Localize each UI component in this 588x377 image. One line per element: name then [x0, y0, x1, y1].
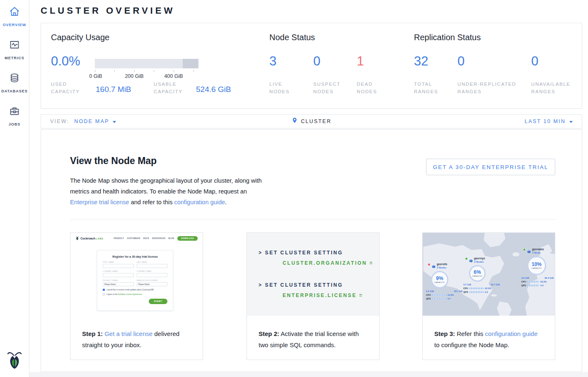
node-warning-badge-icon — [428, 263, 431, 266]
sql-setting: ENTERPRISE.LICENSE = — [283, 292, 363, 298]
checkbox-label: I agree to the Software License Agreemen… — [106, 293, 143, 295]
mini-checkbox-row: I agree to the Software License Agreemen… — [103, 293, 167, 295]
databases-icon — [9, 72, 20, 84]
time-range-value: LAST 10 MIN — [525, 118, 566, 124]
time-range-dropdown[interactable]: LAST 10 MIN — [525, 118, 573, 124]
capacity-gauge: 9% CAPACITY — [431, 271, 448, 288]
mini-brand-suffix: LABS — [96, 237, 103, 240]
region-name: geo=sfo — [437, 263, 447, 266]
home-icon — [9, 6, 20, 17]
used-capacity-label: USED CAPACITY — [51, 81, 80, 96]
cpu-sparkline — [432, 294, 446, 296]
live-nodes-label: LIVE NODES — [269, 81, 290, 96]
configuration-guide-link[interactable]: configuration guide — [174, 199, 225, 205]
under-replicated-ranges-label: UNDER-REPLICATED RANGES — [457, 81, 516, 96]
sidebar-item-overview[interactable]: OVERVIEW — [0, 6, 29, 28]
axis-tick-label: 0 GiB — [89, 73, 102, 79]
qps-sparkline — [528, 285, 539, 286]
cpu-label: CPU — [521, 280, 526, 283]
metrics-icon — [9, 39, 20, 51]
map-region-ams: geo=ams 1 Node 10% CAPACITY 3.6 GiB 36.4… — [521, 248, 555, 286]
capacity-label: CAPACITY — [532, 267, 542, 269]
region-name: geo=nyc — [474, 257, 485, 260]
view-selector-dropdown[interactable]: NODE MAP — [74, 118, 116, 124]
sidebar-item-label: OVERVIEW — [3, 23, 26, 27]
cockroach-bug-icon — [6, 350, 23, 370]
cpu-value: 42.5% — [485, 287, 491, 290]
axis-tick-label: 200 GiB — [125, 73, 143, 79]
sidebar-item-jobs[interactable]: JOBS — [0, 105, 29, 127]
cpu-sparkline — [528, 281, 539, 283]
usable-capacity-label: USABLE CAPACITY — [154, 81, 182, 96]
capacity-total: 36.4 GiB — [544, 277, 554, 279]
sidebar-item-metrics[interactable]: METRICS — [0, 39, 29, 61]
checkbox-icon — [103, 293, 105, 295]
trial-license-signup-thumbnail: Cockroach LABS PRODUCT CUSTOMERS DOCS RE… — [70, 233, 203, 316]
mini-form-title: Register for a 30-day trial license — [103, 255, 167, 258]
mini-brand: Cockroach LABS — [75, 236, 103, 241]
step3-caption: Step 3: Refer this configuration guide t… — [423, 316, 555, 350]
get-trial-license-link[interactable]: Get a trial license — [104, 330, 152, 337]
qps-label: QPS — [426, 297, 431, 300]
checkbox-checked-icon — [103, 289, 105, 291]
capacity-percent: 6% — [474, 270, 481, 275]
description-text: The Node Map shows the geographical layo… — [70, 177, 262, 195]
total-ranges-label: TOTAL RANGES — [414, 81, 438, 96]
sidebar-item-databases[interactable]: DATABASES — [0, 72, 29, 94]
cpu-sparkline — [469, 288, 484, 289]
qps-sparkline — [432, 298, 446, 300]
qps-value: 4.4 — [540, 284, 544, 287]
capacity-total: 351 GiB — [454, 290, 462, 292]
sql-setting: CLUSTER.ORGANIZATION = — [283, 260, 373, 266]
suspect-nodes-label: SUSPECT NODES — [313, 81, 341, 96]
mini-register-form: Register for a 30-day trial license FIRS… — [97, 250, 173, 311]
node-status-title: Node Status — [269, 33, 315, 42]
mini-nav-item: BLOG — [168, 237, 174, 239]
sidebar: OVERVIEW METRICS DATABASES — [0, 0, 29, 377]
chevron-down-icon — [113, 121, 116, 123]
qps-label: QPS — [463, 291, 468, 293]
node-map-description: The Node Map shows the geographical layo… — [70, 175, 264, 208]
get-enterprise-trial-button[interactable]: GET A 30-DAY ENTERPRISE TRIAL — [426, 159, 555, 175]
node-healthy-badge-icon — [523, 248, 526, 251]
cockroach-labs-logo — [0, 350, 29, 371]
location-pin-icon — [291, 117, 298, 125]
mini-form-field: REASON FOR INTEREST Please Select — [137, 279, 168, 286]
cpu-value: 11.0% — [448, 294, 454, 296]
configuration-guide-link[interactable]: configuration guide — [485, 330, 538, 337]
mini-nav-item: PRODUCT — [114, 237, 124, 239]
capacity-gauge: 6% CAPACITY — [469, 265, 486, 282]
mini-site-nav: Cockroach LABS PRODUCT CUSTOMERS DOCS RE… — [70, 233, 203, 244]
region-node-count: 2 Nodes — [474, 260, 485, 263]
capacity-usage-title: Capacity Usage — [51, 33, 109, 42]
capacity-total: 43.7 GiB — [491, 283, 500, 286]
field-input — [137, 264, 168, 268]
live-nodes-value: 3 — [269, 54, 276, 68]
cpu-value: 53.3% — [540, 280, 547, 283]
page-background-strip — [29, 372, 588, 377]
field-label: COMPANY NAME — [103, 270, 134, 272]
dead-nodes-value: 1 — [357, 54, 364, 68]
sql-command: > SET CLUSTER SETTING — [259, 250, 343, 256]
qps-sparkline — [469, 291, 484, 293]
field-input — [103, 264, 134, 268]
mini-nav-item: CUSTOMERS — [127, 237, 140, 239]
capacity-gauge: 10% CAPACITY — [527, 256, 546, 275]
enterprise-trial-license-link[interactable]: Enterprise trial license — [70, 199, 129, 205]
replication-status-title: Replication Status — [414, 33, 481, 42]
field-label: REASON FOR INTEREST — [137, 279, 168, 281]
step2-card: > SET CLUSTER SETTING CLUSTER.ORGANIZATI… — [247, 232, 380, 360]
field-select: Please Select — [137, 282, 168, 286]
scope-breadcrumb: CLUSTER — [291, 115, 332, 128]
mini-form-field: PROJECT PHASE Please Select — [103, 279, 134, 286]
axis-tick — [95, 70, 95, 72]
mini-submit-button: SUBMIT — [149, 299, 167, 304]
axis-tick — [134, 70, 135, 72]
view-bar: VIEW: NODE MAP CLUSTER LAST 10 MIN — [41, 114, 582, 128]
scope-label: CLUSTER — [301, 118, 332, 124]
axis-tick — [174, 70, 174, 72]
description-text: and refer to this — [129, 199, 174, 205]
mini-nav-links: PRODUCT CUSTOMERS DOCS RESOURCES BLOG DO… — [114, 236, 198, 241]
axis-tick — [154, 70, 154, 72]
suspect-nodes-value: 0 — [313, 54, 320, 68]
